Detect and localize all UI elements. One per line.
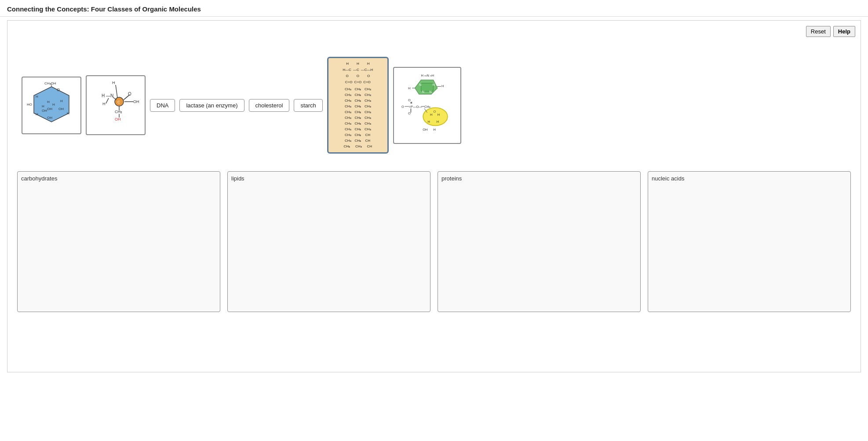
carbohydrates-box[interactable]: carbohydrates bbox=[17, 171, 220, 312]
svg-text:O: O bbox=[401, 104, 404, 108]
svg-text:O: O bbox=[408, 98, 411, 102]
proteins-box[interactable]: proteins bbox=[438, 171, 641, 312]
dna-label: DNA bbox=[157, 102, 168, 109]
svg-text:H: H bbox=[52, 103, 55, 107]
lactase-label-card[interactable]: lactase (an enzyme) bbox=[179, 99, 244, 112]
svg-text:CH₂OH: CH₂OH bbox=[44, 81, 56, 85]
svg-text:OH: OH bbox=[42, 109, 47, 113]
svg-text:OH: OH bbox=[47, 107, 52, 111]
reset-button[interactable]: Reset bbox=[806, 26, 831, 37]
nucleic-acids-box[interactable]: nucleic acids bbox=[648, 171, 851, 312]
svg-text:—N: —N bbox=[106, 93, 113, 98]
dna-label-card[interactable]: DNA bbox=[150, 99, 175, 112]
svg-text:H: H bbox=[112, 81, 115, 85]
svg-text:OH: OH bbox=[58, 107, 64, 111]
cholesterol-label: cholesterol bbox=[255, 102, 283, 109]
svg-text:O: O bbox=[433, 109, 436, 113]
svg-line-22 bbox=[116, 85, 117, 98]
lipid-molecule-card[interactable]: HHH H—C—C—C—H OOO C=OC=OC=O CH₂CH₂CH₂CH₂… bbox=[327, 57, 389, 154]
svg-text:C: C bbox=[117, 100, 120, 104]
main-container: Reset Help O HO H H OH H OH H OH CH₂OH bbox=[7, 20, 861, 372]
svg-text:OH: OH bbox=[47, 116, 52, 120]
svg-text:H: H bbox=[427, 119, 430, 123]
nucleic-acids-label: nucleic acids bbox=[652, 175, 847, 182]
cholesterol-label-card[interactable]: cholesterol bbox=[249, 99, 290, 112]
lipid-diagram: HHH H—C—C—C—H OOO C=OC=OC=O CH₂CH₂CH₂CH₂… bbox=[343, 61, 373, 149]
amino-acid-molecule-card[interactable]: H H —N C O OH H bbox=[86, 75, 146, 135]
top-right-buttons: Reset Help bbox=[806, 26, 855, 37]
draggable-items-area: O HO H H OH H OH H OH CH₂OH H H H OH bbox=[13, 52, 855, 158]
proteins-label: proteins bbox=[441, 175, 637, 182]
svg-line-29 bbox=[106, 98, 109, 103]
svg-text:N: N bbox=[429, 90, 431, 94]
svg-text:H: H bbox=[36, 112, 38, 116]
starch-label-card[interactable]: starch bbox=[294, 99, 322, 112]
svg-line-25 bbox=[124, 95, 130, 99]
svg-text:H: H bbox=[60, 99, 63, 103]
nucleic-acid-molecule-card[interactable]: H N H N N N N H H O bbox=[393, 67, 461, 144]
svg-text:N: N bbox=[432, 83, 434, 87]
lipids-box[interactable]: lipids bbox=[227, 171, 430, 312]
sugar-molecule-card[interactable]: O HO H H OH H OH H OH CH₂OH H H H OH bbox=[22, 77, 81, 134]
svg-text:N: N bbox=[419, 83, 421, 87]
svg-text:N: N bbox=[427, 74, 429, 77]
svg-text:CH₂: CH₂ bbox=[424, 104, 430, 108]
svg-text:H: H bbox=[36, 95, 38, 99]
svg-text:H: H bbox=[433, 128, 435, 132]
page-title: Connecting the Concepts: Four Classes of… bbox=[0, 0, 868, 17]
svg-text:H: H bbox=[437, 113, 439, 117]
svg-text:H: H bbox=[430, 113, 432, 117]
svg-text:H: H bbox=[102, 93, 105, 98]
carbohydrates-label: carbohydrates bbox=[21, 175, 216, 182]
svg-text:H: H bbox=[437, 119, 439, 123]
svg-text:=P—O—: =P—O— bbox=[409, 104, 422, 108]
svg-text:H: H bbox=[67, 111, 69, 115]
svg-text:OH: OH bbox=[423, 128, 427, 132]
categories-row: carbohydrates lipids proteins nucleic ac… bbox=[13, 171, 855, 312]
svg-text:O: O bbox=[57, 88, 60, 92]
svg-text:OH: OH bbox=[133, 99, 139, 104]
svg-text:CH₂: CH₂ bbox=[115, 110, 122, 114]
svg-text:H: H bbox=[441, 84, 444, 88]
starch-label: starch bbox=[300, 102, 316, 109]
svg-text:H: H bbox=[431, 74, 434, 77]
svg-text:H: H bbox=[421, 74, 423, 77]
svg-text:H: H bbox=[102, 102, 106, 106]
help-button[interactable]: Help bbox=[833, 26, 855, 37]
svg-text:HO: HO bbox=[27, 103, 32, 107]
svg-text:H: H bbox=[408, 86, 410, 90]
svg-text:H: H bbox=[47, 100, 50, 104]
svg-text:OH: OH bbox=[115, 117, 121, 121]
svg-text:H: H bbox=[42, 104, 44, 108]
svg-text:O: O bbox=[408, 111, 411, 115]
lactase-label: lactase (an enzyme) bbox=[186, 102, 237, 109]
lipids-label: lipids bbox=[231, 175, 427, 182]
svg-text:N: N bbox=[422, 90, 424, 94]
